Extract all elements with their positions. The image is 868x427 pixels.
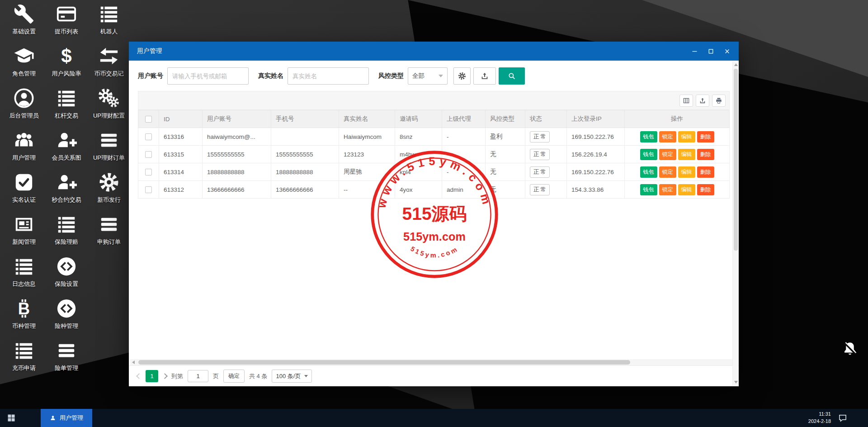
wallet-button[interactable]: 钱包 (640, 166, 657, 178)
row-checkbox[interactable] (145, 151, 152, 158)
lock-button[interactable]: 锁定 (659, 166, 676, 178)
columns-button[interactable] (679, 95, 693, 107)
desktop-icon-role-management[interactable]: 角色管理 (3, 46, 45, 78)
status-badge: 正常 (530, 131, 550, 142)
print-button[interactable] (712, 95, 726, 107)
check-square-icon (14, 172, 34, 193)
desktop-icon-new-coin-issue[interactable]: 新币发行 (88, 172, 130, 204)
start-button[interactable] (0, 409, 23, 427)
scroll-left-arrow[interactable] (130, 359, 137, 365)
desktop-icon-news-management[interactable]: 新闻管理 (3, 214, 45, 246)
cell-last-ip: 169.150.222.76 (567, 128, 625, 146)
desktop-icon-insurance-settings[interactable]: 保险设置 (45, 256, 88, 288)
cell-risk-type: 盈利 (486, 128, 525, 146)
desktop-icon-up-finance-config[interactable]: UP理财配置 (88, 88, 130, 120)
desktop-icon-realname-auth[interactable]: 实名认证 (3, 172, 45, 204)
table-row: 613314 18888888888 18888888888 周星驰 knl4 … (138, 163, 730, 181)
desktop-icon-up-finance-order[interactable]: UP理财订单 (88, 130, 130, 162)
lock-button[interactable]: 锁定 (659, 131, 676, 142)
lock-button[interactable]: 锁定 (659, 149, 676, 160)
window-titlebar[interactable]: 用户管理 (129, 42, 739, 61)
edit-button[interactable]: 编辑 (678, 131, 695, 142)
scroll-down-arrow[interactable] (733, 379, 739, 385)
goto-page-input[interactable] (188, 370, 208, 382)
row-checkbox[interactable] (145, 186, 152, 193)
desktop-icon-insurance-type-management[interactable]: 险种管理 (45, 298, 88, 330)
desktop-icon-second-contract-trade[interactable]: 秒合约交易 (45, 172, 88, 204)
edit-button[interactable]: 编辑 (678, 149, 695, 160)
vertical-scrollbar[interactable] (732, 61, 738, 386)
desktop-icon-policy-management[interactable]: 险单管理 (45, 340, 88, 372)
desktop-icon-user-management[interactable]: 用户管理 (3, 130, 45, 162)
taskbar-clock[interactable]: 11:31 2024-2-18 (808, 411, 831, 425)
delete-button[interactable]: 删除 (697, 149, 714, 160)
export-icon (699, 97, 706, 104)
desktop-icon-log-info[interactable]: 日志信息 (3, 256, 45, 288)
desktop-icon-coin-management[interactable]: B币种管理 (3, 298, 45, 330)
bitcoin-icon: B (14, 298, 34, 319)
toolbar-buttons (679, 95, 726, 107)
next-page-button[interactable] (162, 373, 168, 379)
cell-account: 13666666666 (203, 181, 271, 199)
desktop-icon-label: 实名认证 (12, 196, 36, 204)
clock-time: 11:31 (808, 411, 831, 418)
edit-button[interactable]: 编辑 (678, 166, 695, 178)
desktop-icon-basic-settings[interactable]: 基础设置 (3, 4, 45, 36)
desktop-icon-withdraw-list[interactable]: 提币列表 (45, 4, 88, 36)
desktop-icon-backend-admin[interactable]: 后台管理员 (3, 88, 45, 120)
list-icon (14, 340, 34, 361)
taskbar-task-user-management[interactable]: 用户管理 (41, 409, 92, 427)
risk-type-select[interactable]: 全部 (408, 67, 448, 85)
page-size-select[interactable]: 100 条/页 (272, 370, 312, 383)
desktop-icon-coin-trade-record[interactable]: 币币交易记 (88, 46, 130, 78)
maximize-button[interactable] (703, 44, 719, 58)
column-header: 操作 (625, 110, 730, 128)
minimize-button[interactable] (686, 44, 703, 58)
desktop-icon-user-risk-rate[interactable]: $用户风险率 (45, 46, 88, 78)
wallet-button[interactable]: 钱包 (640, 149, 657, 160)
lock-button[interactable]: 锁定 (659, 184, 676, 195)
horizontal-scrollbar[interactable] (130, 359, 737, 365)
vertical-scroll-thumb[interactable] (734, 69, 738, 251)
scroll-up-arrow[interactable] (733, 62, 739, 68)
confirm-button[interactable]: 确定 (223, 370, 245, 383)
window-title: 用户管理 (137, 47, 162, 55)
row-actions: 钱包锁定编辑删除 (625, 128, 730, 146)
prev-page-button[interactable] (136, 373, 142, 379)
search-button[interactable] (499, 67, 525, 85)
edit-button[interactable]: 编辑 (678, 184, 695, 195)
delete-button[interactable]: 删除 (697, 131, 714, 142)
cell-parent-agent: - (442, 146, 486, 163)
user-management-window: 用户管理 用户账号 真实姓名 风控类型 全部 (129, 42, 739, 386)
grid-spacer (88, 340, 130, 372)
desktop-icon-member-relation-map[interactable]: 会员关系图 (45, 130, 88, 162)
row-checkbox[interactable] (145, 133, 152, 140)
list-icon (14, 256, 34, 277)
horizontal-scroll-thumb[interactable] (138, 360, 630, 365)
desktop-icon-leverage-trade[interactable]: 杠杆交易 (45, 88, 88, 120)
user-table: ID用户账号手机号真实姓名邀请码上级代理风控类型状态上次登录IP操作 61331… (138, 110, 730, 359)
export-button[interactable] (696, 95, 709, 107)
circle-logo-icon (56, 256, 77, 277)
export-button[interactable] (473, 67, 496, 85)
row-checkbox[interactable] (145, 169, 152, 176)
current-page-button[interactable]: 1 (146, 370, 158, 382)
bell-slash-icon[interactable] (842, 341, 858, 357)
close-button[interactable] (719, 44, 735, 58)
settings-button[interactable] (453, 67, 471, 85)
delete-button[interactable]: 删除 (697, 166, 714, 178)
desktop-icon-label: 用户管理 (12, 154, 36, 162)
desktop-icon-insurance-claims[interactable]: 保险理赔 (45, 214, 88, 246)
realname-input[interactable] (288, 67, 369, 85)
cell-invite-code: 8snz (395, 128, 442, 146)
delete-button[interactable]: 删除 (697, 184, 714, 195)
wallet-button[interactable]: 钱包 (640, 184, 657, 195)
desktop-icon-robot[interactable]: 机器人 (88, 4, 130, 36)
select-all-checkbox[interactable] (145, 116, 152, 123)
desktop-icon-recharge-apply[interactable]: 充币申请 (3, 340, 45, 372)
chat-icon[interactable] (838, 413, 847, 422)
account-input[interactable] (167, 67, 249, 85)
wallet-button[interactable]: 钱包 (640, 131, 657, 142)
desktop-icon-subscription-order[interactable]: 申购订单 (88, 214, 130, 246)
person-plus-icon (56, 130, 77, 151)
